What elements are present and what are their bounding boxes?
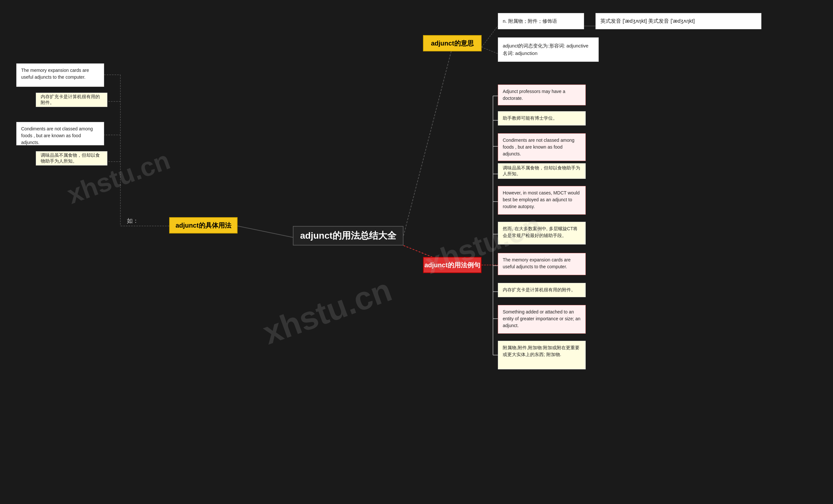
adjunct-meaning-label: adjunct的意思	[431, 39, 473, 48]
node-ex1-en: Adjunct professors may have a doctorate.	[498, 84, 586, 105]
node-ex-left1-en: The memory expansion cards are useful ad…	[16, 64, 104, 87]
node-ex-left2-en: Condiments are not classed among foods ,…	[16, 122, 104, 145]
connections-svg: 如：	[0, 0, 833, 504]
node-ex4-en: The memory expansion cards are useful ad…	[498, 253, 586, 275]
pronunciation-label: 英式发音 ['æd​ʒʌŋkt] 美式发音 ['æd​ʒʌŋkt]	[600, 18, 695, 25]
node-meaning-n: n. 附属物；附件；修饰语	[498, 13, 584, 29]
node-meaning-change: adjunct的词态变化为:形容词: adjunctive 名词: adjunc…	[498, 37, 599, 62]
ex5-cn-label: 附属物,附件,附加物:附加或附在更重要或更大实体上的东西; 附加物.	[503, 345, 579, 357]
ex3-cn-label: 然而, 在大多数案例中, 多层螺旋CT将会是常规尸检最好的辅助手段。	[503, 226, 577, 238]
meaning-change-label: adjunct的词态变化为:形容词: adjunctive 名词: adjunc…	[503, 42, 594, 57]
svg-line-0	[404, 47, 452, 236]
svg-text:如：: 如：	[127, 218, 139, 224]
ex2-cn-label: 调味品虽不属食物，但却以食物助手为人所知。	[503, 165, 581, 177]
ex-left1-en-label: The memory expansion cards are useful ad…	[21, 68, 89, 80]
node-ex-left2-cn: 调味品虽不属食物，但却以食物助手为人所知。	[36, 151, 108, 166]
ex4-en-label: The memory expansion cards are useful ad…	[503, 257, 571, 269]
adjunct-examples-label: adjunct的用法例句	[424, 261, 480, 270]
node-central: adjunct的用法总结大全	[293, 226, 404, 246]
node-adjunct-usage: adjunct的具体用法	[169, 217, 238, 233]
ex-left2-cn-label: 调味品虽不属食物，但却以食物助手为人所知。	[41, 152, 102, 164]
node-ex4-cn: 内存扩充卡是计算机很有用的附件。	[498, 283, 586, 297]
ex1-cn-label: 助手教师可能有博士学位。	[503, 116, 557, 121]
node-ex2-cn: 调味品虽不属食物，但却以食物助手为人所知。	[498, 163, 586, 179]
node-ex3-en: However, in most cases, MDCT would best …	[498, 186, 586, 215]
mind-map: 如： adjunct的用法总结大全 adjunct的意思 adjunct的具体用…	[0, 0, 833, 504]
ex4-cn-label: 内存扩充卡是计算机很有用的附件。	[503, 287, 576, 293]
adjunct-usage-label: adjunct的具体用法	[175, 221, 231, 230]
node-ex5-cn: 附属物,附件,附加物:附加或附在更重要或更大实体上的东西; 附加物.	[498, 341, 586, 369]
ex3-en-label: However, in most cases, MDCT would best …	[503, 190, 579, 209]
node-pronunciation: 英式发音 ['æd​ʒʌŋkt] 美式发音 ['æd​ʒʌŋkt]	[595, 13, 761, 29]
svg-line-3	[481, 26, 498, 47]
ex-left1-cn-label: 内存扩充卡是计算机很有用的附件。	[41, 94, 102, 106]
ex-left2-en-label: Condiments are not classed among foods ,…	[21, 126, 93, 145]
meaning-n-label: n. 附属物；附件；修饰语	[503, 18, 557, 24]
ex5-en-label: Something added or attached to an entity…	[503, 309, 580, 328]
node-ex5-en: Something added or attached to an entity…	[498, 305, 586, 334]
node-ex-left1-cn: 内存扩充卡是计算机很有用的附件。	[36, 93, 108, 107]
central-label: adjunct的用法总结大全	[300, 230, 396, 242]
node-ex2-en: Condiments are not classed among foods ,…	[498, 133, 586, 161]
svg-line-5	[481, 47, 498, 54]
node-ex1-cn: 助手教师可能有博士学位。	[498, 111, 586, 126]
svg-line-1	[238, 226, 293, 237]
node-adjunct-meaning: adjunct的意思	[423, 35, 481, 51]
node-ex3-cn: 然而, 在大多数案例中, 多层螺旋CT将会是常规尸检最好的辅助手段。	[498, 222, 586, 245]
ex2-en-label: Condiments are not classed among foods ,…	[503, 137, 574, 156]
node-adjunct-examples: adjunct的用法例句	[423, 257, 481, 273]
watermark-2: xhstu.cn	[258, 271, 397, 352]
ex1-en-label: Adjunct professors may have a doctorate.	[503, 89, 565, 101]
